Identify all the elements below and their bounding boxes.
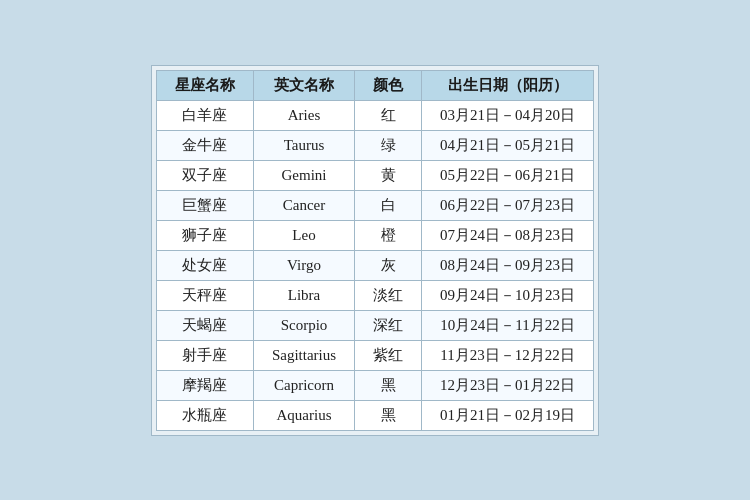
cell-english-name: Taurus (253, 130, 354, 160)
cell-chinese-name: 处女座 (156, 250, 253, 280)
table-row: 射手座Sagittarius紫红11月23日－12月22日 (156, 340, 593, 370)
cell-dates: 04月21日－05月21日 (422, 130, 594, 160)
table-row: 双子座Gemini黄05月22日－06月21日 (156, 160, 593, 190)
cell-english-name: Capricorn (253, 370, 354, 400)
cell-color: 黄 (355, 160, 422, 190)
cell-dates: 12月23日－01月22日 (422, 370, 594, 400)
cell-chinese-name: 白羊座 (156, 100, 253, 130)
cell-color: 黑 (355, 400, 422, 430)
table-row: 狮子座Leo橙07月24日－08月23日 (156, 220, 593, 250)
cell-color: 白 (355, 190, 422, 220)
cell-color: 灰 (355, 250, 422, 280)
cell-dates: 09月24日－10月23日 (422, 280, 594, 310)
table-row: 摩羯座Capricorn黑12月23日－01月22日 (156, 370, 593, 400)
cell-color: 绿 (355, 130, 422, 160)
table-row: 处女座Virgo灰08月24日－09月23日 (156, 250, 593, 280)
cell-chinese-name: 摩羯座 (156, 370, 253, 400)
cell-chinese-name: 巨蟹座 (156, 190, 253, 220)
cell-color: 淡红 (355, 280, 422, 310)
cell-dates: 05月22日－06月21日 (422, 160, 594, 190)
table-row: 金牛座Taurus绿04月21日－05月21日 (156, 130, 593, 160)
cell-chinese-name: 天蝎座 (156, 310, 253, 340)
cell-english-name: Sagittarius (253, 340, 354, 370)
table-row: 巨蟹座Cancer白06月22日－07月23日 (156, 190, 593, 220)
cell-chinese-name: 金牛座 (156, 130, 253, 160)
cell-dates: 01月21日－02月19日 (422, 400, 594, 430)
table-row: 天秤座Libra淡红09月24日－10月23日 (156, 280, 593, 310)
cell-dates: 10月24日－11月22日 (422, 310, 594, 340)
cell-english-name: Libra (253, 280, 354, 310)
cell-dates: 07月24日－08月23日 (422, 220, 594, 250)
table-body: 白羊座Aries红03月21日－04月20日金牛座Taurus绿04月21日－0… (156, 100, 593, 430)
cell-color: 红 (355, 100, 422, 130)
cell-color: 黑 (355, 370, 422, 400)
cell-dates: 03月21日－04月20日 (422, 100, 594, 130)
cell-dates: 06月22日－07月23日 (422, 190, 594, 220)
cell-chinese-name: 射手座 (156, 340, 253, 370)
header-color: 颜色 (355, 70, 422, 100)
table-row: 白羊座Aries红03月21日－04月20日 (156, 100, 593, 130)
cell-color: 深红 (355, 310, 422, 340)
cell-chinese-name: 狮子座 (156, 220, 253, 250)
cell-color: 橙 (355, 220, 422, 250)
cell-english-name: Aries (253, 100, 354, 130)
cell-english-name: Leo (253, 220, 354, 250)
cell-dates: 11月23日－12月22日 (422, 340, 594, 370)
cell-english-name: Gemini (253, 160, 354, 190)
cell-dates: 08月24日－09月23日 (422, 250, 594, 280)
table-row: 天蝎座Scorpio深红10月24日－11月22日 (156, 310, 593, 340)
header-english-name: 英文名称 (253, 70, 354, 100)
header-chinese-name: 星座名称 (156, 70, 253, 100)
zodiac-table-container: 星座名称 英文名称 颜色 出生日期（阳历） 白羊座Aries红03月21日－04… (151, 65, 599, 436)
table-header-row: 星座名称 英文名称 颜色 出生日期（阳历） (156, 70, 593, 100)
cell-color: 紫红 (355, 340, 422, 370)
table-row: 水瓶座Aquarius黑01月21日－02月19日 (156, 400, 593, 430)
cell-english-name: Scorpio (253, 310, 354, 340)
zodiac-table: 星座名称 英文名称 颜色 出生日期（阳历） 白羊座Aries红03月21日－04… (156, 70, 594, 431)
cell-chinese-name: 双子座 (156, 160, 253, 190)
header-dates: 出生日期（阳历） (422, 70, 594, 100)
cell-english-name: Cancer (253, 190, 354, 220)
cell-english-name: Virgo (253, 250, 354, 280)
cell-chinese-name: 水瓶座 (156, 400, 253, 430)
cell-english-name: Aquarius (253, 400, 354, 430)
cell-chinese-name: 天秤座 (156, 280, 253, 310)
